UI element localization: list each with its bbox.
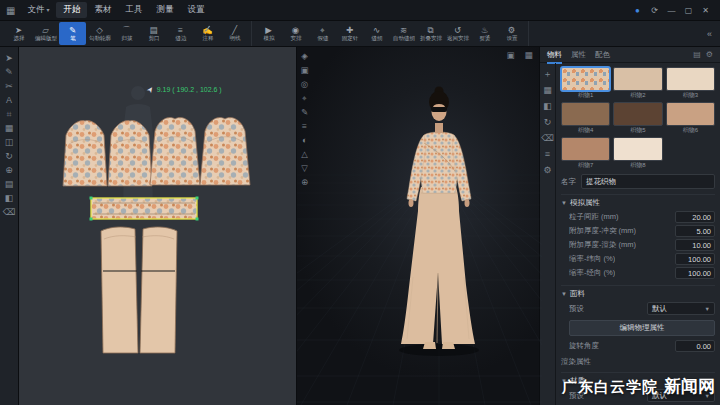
vp-gravity-icon[interactable]: ▽ (298, 163, 311, 174)
tool-trace-outline[interactable]: ◇勾勒轮廓 (86, 22, 113, 45)
vp-grid-icon[interactable]: ▦ (522, 50, 535, 61)
edit-physics-button[interactable]: 编辑物理属性 (569, 320, 715, 336)
app-logo-icon[interactable]: ▦ (6, 5, 15, 16)
fabric-preset-select[interactable]: 默认 ▼ (647, 302, 715, 315)
maximize-button[interactable]: ▢ (680, 4, 697, 17)
material-preset-select[interactable]: 默认 ▼ (647, 389, 715, 402)
tool-auto-sew[interactable]: ≋自动缝纫 (390, 22, 417, 45)
tab-attributes[interactable]: 属性 (571, 48, 586, 62)
fabric-name-input[interactable]: 提花织物 (581, 174, 715, 189)
toolbar-collapse-icon[interactable]: « (701, 21, 718, 46)
strip-mirror-icon[interactable]: ◫ (2, 137, 16, 148)
tool-select[interactable]: ➤选择 (5, 22, 32, 45)
fabric-list-icon[interactable]: ≡ (541, 149, 555, 160)
strip-rotate-icon[interactable]: ↻ (2, 151, 16, 162)
pattern-piece-waistband[interactable] (90, 197, 199, 221)
strip-zoom-icon[interactable]: ⊕ (2, 165, 16, 176)
material-section-header[interactable]: ▼ 材质 (561, 372, 715, 386)
vp-pen3d-icon[interactable]: ✎ (298, 107, 311, 118)
strip-eraser-icon[interactable]: ⌫ (2, 207, 16, 218)
pattern-2d-panel[interactable]: ➤ 9.19 ( 190.2 , 102.6 ) (19, 47, 297, 405)
tool-simulate[interactable]: ▶模拟 (255, 22, 282, 45)
fabric-swatch[interactable]: 织物4 (561, 102, 610, 134)
fabric-settings-icon[interactable]: ⚙ (541, 165, 555, 176)
property-value-input[interactable]: 100.00 (675, 253, 715, 265)
property-value-input[interactable]: 5.00 (675, 225, 715, 237)
sync-icon[interactable]: ⟳ (646, 4, 663, 17)
fabric-swatch[interactable]: 织物2 (613, 67, 662, 99)
tool-reset-arrange[interactable]: ↺返回安排 (444, 22, 471, 45)
close-button[interactable]: ✕ (697, 4, 714, 17)
add-fabric-icon[interactable]: ＋ (541, 69, 555, 80)
fabric-library-icon[interactable]: ▦ (541, 85, 555, 96)
panel-list-icon[interactable]: ▤ (693, 50, 701, 59)
property-value-input[interactable]: 10.00 (675, 239, 715, 251)
refresh-fabric-icon[interactable]: ↻ (541, 117, 555, 128)
fabric-swatch[interactable]: 织物8 (613, 137, 662, 169)
copy-fabric-icon[interactable]: ◧ (541, 101, 555, 112)
tool-seam-allowance[interactable]: ≡缝边 (167, 22, 194, 45)
panel-settings-icon[interactable]: ⚙ (706, 50, 713, 59)
vp-seamline-icon[interactable]: ≡ (298, 121, 311, 132)
tool-edit-pattern[interactable]: ▱编辑版型 (32, 22, 59, 45)
strip-text-icon[interactable]: A (2, 95, 16, 106)
vp-avatar-icon[interactable]: ◎ (298, 79, 311, 90)
tab-fabric[interactable]: 物料 (547, 48, 562, 62)
menu-material[interactable]: 素材 (87, 2, 118, 18)
tool-notch[interactable]: ▤剪口 (140, 22, 167, 45)
tool-arrange[interactable]: ◉安排 (282, 22, 309, 45)
vp-arrange-point-icon[interactable]: ◈ (298, 51, 311, 62)
pattern-piece-pant-right[interactable] (140, 227, 177, 353)
strip-layers-icon[interactable]: ▤ (2, 179, 16, 190)
tool-sim-settings[interactable]: ⚙设置 (498, 22, 525, 45)
strip-ruler-icon[interactable]: ⌗ (2, 109, 16, 120)
delete-fabric-icon[interactable]: ⌫ (541, 133, 555, 144)
tool-fold-arrange[interactable]: ⧉折叠安排 (417, 22, 444, 45)
vp-view-icon[interactable]: ▣ (504, 50, 517, 61)
menu-file[interactable]: 文件▾ (20, 2, 56, 18)
tool-topstitch[interactable]: ╱明线 (221, 22, 248, 45)
fabric-swatch[interactable]: 织物6 (666, 102, 715, 134)
tab-colorway[interactable]: 配色 (595, 48, 610, 62)
tool-baste[interactable]: ⌖假缝 (309, 22, 336, 45)
pattern-piece-pant-left[interactable] (101, 227, 138, 353)
account-icon[interactable]: ● (629, 4, 646, 17)
pattern-piece-sleeve-left[interactable] (150, 118, 200, 186)
property-value-input[interactable]: 20.00 (675, 211, 715, 223)
pattern-piece-sleeve-right[interactable] (200, 118, 250, 186)
strip-select-icon[interactable]: ➤ (2, 53, 16, 64)
pattern-piece-bodice-front[interactable] (63, 121, 107, 186)
viewport-3d[interactable]: ◈▣◎⌖✎≡◐△▽⊕ ▣▦ (297, 47, 539, 405)
fabric-section-header[interactable]: ▼ 面料 (561, 285, 715, 299)
menu-start[interactable]: 开始 (56, 2, 87, 18)
pattern-canvas[interactable] (19, 47, 296, 405)
minimize-button[interactable]: — (663, 4, 680, 17)
tool-pin[interactable]: ✚固定针 (336, 22, 363, 45)
fabric-swatch[interactable]: 织物5 (613, 102, 662, 134)
rotation-angle-input[interactable]: 0.00 (675, 340, 715, 352)
menu-settings[interactable]: 设置 (180, 2, 211, 18)
fabric-swatch[interactable]: 织物7 (561, 137, 610, 169)
strip-scissors-icon[interactable]: ✂ (2, 81, 16, 92)
fabric-swatch[interactable]: 织物3 (666, 67, 715, 99)
viewport-canvas[interactable] (297, 47, 542, 405)
strip-pen-icon[interactable]: ✎ (2, 67, 16, 78)
fabric-swatch[interactable]: 织物1 (561, 67, 610, 99)
menu-tools[interactable]: 工具 (118, 2, 149, 18)
tool-shrink[interactable]: ⌒归拔 (113, 22, 140, 45)
property-value-input[interactable]: 100.00 (675, 267, 715, 279)
tool-sew[interactable]: ∿缝纫 (363, 22, 390, 45)
simulation-section-header[interactable]: ▼ 模拟属性 (561, 194, 715, 208)
strip-fill-icon[interactable]: ◧ (2, 193, 16, 204)
vp-mesh-icon[interactable]: △ (298, 149, 311, 160)
tool-pen[interactable]: ✎笔 (59, 22, 86, 45)
menu-measure[interactable]: 测量 (149, 2, 180, 18)
vp-render-icon[interactable]: ◐ (298, 135, 311, 146)
tool-iron[interactable]: ♨熨烫 (471, 22, 498, 45)
tool-annotate[interactable]: ✍注释 (194, 22, 221, 45)
strip-grid-icon[interactable]: ▦ (2, 123, 16, 134)
pattern-piece-bodice-back[interactable] (108, 121, 152, 186)
vp-pin-icon[interactable]: ⌖ (298, 93, 311, 104)
vp-show-pattern-icon[interactable]: ▣ (298, 65, 311, 76)
vp-zoom-icon[interactable]: ⊕ (298, 177, 311, 188)
